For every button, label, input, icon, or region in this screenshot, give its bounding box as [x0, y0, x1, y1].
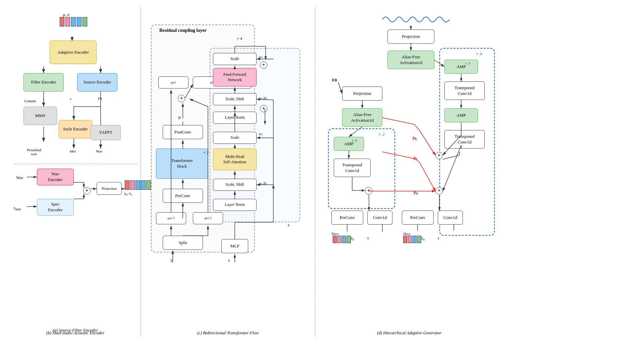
alias-free-mid-box: Alias-FreeActivation1d: [342, 108, 382, 127]
eb-pink-b: [130, 180, 135, 190]
label-perturbed: Perturbedwav: [27, 148, 41, 156]
eb-pink-dl: [337, 236, 341, 243]
s-right-label: s: [288, 222, 289, 228]
plus-circle-d1: +: [365, 187, 372, 194]
yappt-box: YAPPT: [91, 125, 121, 140]
label-mel: Mel: [70, 149, 76, 153]
eb-green-dr: [417, 236, 421, 243]
label-s-a: s: [70, 97, 71, 101]
eb-red-b: [125, 180, 129, 190]
za-right-label: za: [421, 236, 425, 241]
amp-top-right-box: AMP: [444, 60, 478, 74]
conv1d-left-box: Conv1d: [367, 211, 392, 225]
label-f0-a: F0: [98, 97, 102, 101]
embed-green: [83, 17, 87, 26]
x4-badge-d: × 4: [476, 51, 482, 57]
eb-blue1-b: [136, 180, 140, 190]
main-container: μ, σ Adaptive Encoder Filter Encoder Sou…: [10, 8, 634, 336]
svg-line-85: [419, 130, 435, 155]
scale2-box: Scale: [213, 53, 257, 65]
pz-label: pz: [414, 155, 417, 161]
y1-label: γ₁, β₁: [259, 181, 267, 185]
projection-b-box: Projection: [97, 182, 122, 195]
slice-right-label: Slice: [403, 232, 411, 236]
embed-blocks-top: [60, 17, 87, 26]
scale-shift2-box: Scale, Shift: [213, 93, 257, 105]
embed-blue1: [71, 17, 76, 26]
svg-line-84: [414, 124, 419, 130]
panel-d: Projection Alias-FreeActivation1d × 4 AM…: [315, 8, 503, 336]
xa-i-box: xa,i: [158, 76, 189, 89]
layer-norm1-box: Layer Norm: [213, 199, 257, 211]
xb-i1-box: xb,i-1: [193, 212, 223, 224]
panel-a: μ, σ Adaptive Encoder Filter Encoder Sou…: [10, 8, 141, 336]
label-wav-a: Wav: [96, 149, 103, 153]
adaptive-encoder-box: Adaptive Encoder: [50, 41, 97, 64]
x3-badge: × 3: [203, 150, 209, 155]
spec-encoder-box: SpecEncoder: [37, 199, 74, 216]
label-content: Content: [24, 99, 36, 103]
s-right-label2: s: [438, 236, 439, 241]
transposed-conv1d-top-box: TransposedConv1d: [444, 81, 485, 100]
plus-circle-d2: +: [435, 152, 443, 159]
s-left-label: s: [367, 236, 369, 241]
x-input-label: x: [170, 257, 173, 263]
embed-blocks-d-right: [403, 236, 421, 243]
filter-encoder-box: Filter Encoder: [23, 73, 64, 92]
preconv-right-box: PreConv: [402, 211, 434, 225]
f0-label-d: F0: [332, 77, 337, 83]
alias-free-top-box: Alias-FreeActivation1d: [387, 51, 434, 69]
a2-label: α₂: [259, 55, 262, 59]
s-input-label: s: [228, 257, 230, 263]
label-xspec: xspec: [13, 206, 21, 211]
y2-label: γ₂, β₂: [259, 96, 267, 100]
plus-circle-c3: +: [260, 105, 267, 112]
plus-circle-c1: +: [178, 95, 185, 102]
mu-label: μ: [178, 114, 181, 120]
amp-left-box: AMP: [334, 137, 364, 151]
xa-i1-box: xa,i-1: [156, 212, 186, 224]
amp-mid-right-box: AMP: [444, 108, 478, 122]
scale-shift1-box: Scale, Shift: [213, 179, 257, 191]
residual-coupling-label: Residual coupling layer: [159, 28, 207, 33]
plus-circle-d3: +: [435, 187, 443, 194]
transformer-block-box: Transformerblock: [156, 149, 208, 179]
projection-left-box: Projection: [342, 87, 382, 101]
svg-line-73: [338, 82, 342, 94]
label-mu-a-sigma-a: μa, σa: [124, 191, 132, 196]
za-left-label: za: [351, 236, 354, 241]
pd-label: pd: [414, 190, 418, 195]
label-mu-sigma: μ, σ: [63, 12, 69, 17]
projection-top-box: Projection: [387, 30, 434, 44]
x2-badge-d: × 2: [378, 132, 385, 137]
postconv-box: PostConv: [163, 125, 203, 139]
x4-badge-c: × 4: [236, 36, 242, 41]
wav-encoder-box: WavEncoder: [37, 169, 74, 185]
preconv-box: PreConv: [163, 189, 203, 203]
transposed-conv1d-left-box: TransposedConv1d: [334, 159, 371, 177]
mms-box: MMS: [23, 107, 57, 125]
x3-badge-d: × 3: [465, 61, 470, 65]
x3-badge-d2: × 3: [352, 138, 357, 142]
embed-pink: [65, 17, 70, 26]
conv1d-right-box: Conv1d: [438, 211, 463, 225]
eb-red-dl: [333, 236, 337, 243]
ffn-box: Feed-ForwardNetwork: [213, 68, 257, 87]
panel-c: Residual coupling layer × 4 Split xa,i-1…: [141, 8, 315, 336]
mhsa-box: Multi-HeadSelf-Attention: [213, 149, 257, 170]
svg-line-83: [382, 118, 414, 124]
caption-c: (c) Bidirectional Transformer Flow: [141, 330, 315, 336]
eb-green-dl: [347, 236, 351, 243]
panel-b-arrows: [10, 164, 141, 231]
waveform-svg: [382, 13, 449, 26]
source-encoder-box: Source Encoder: [77, 73, 117, 92]
caption-b: (b) Dual-audio Acoustic Encoder: [10, 330, 141, 336]
plus-circle-c2: +: [260, 61, 267, 69]
eb-red-dr: [403, 236, 407, 243]
plus-circle-b: +: [83, 187, 91, 194]
caption-d: (d) Hierarchical Adaptive Generator: [315, 330, 503, 336]
slice-left-label: Slice: [331, 232, 339, 236]
embed-blocks-d-left: [333, 236, 351, 243]
label-wav-b: Wav: [16, 175, 23, 180]
mlp-box: MLP: [221, 239, 248, 253]
